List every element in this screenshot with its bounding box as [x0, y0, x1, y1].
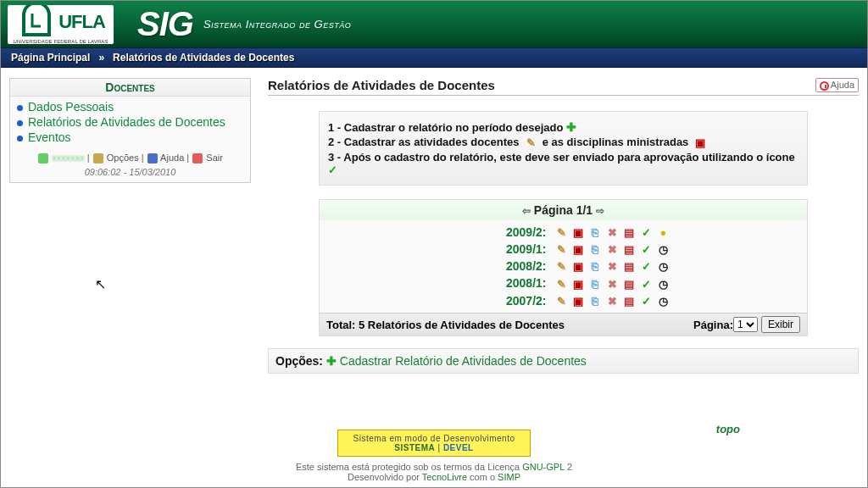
- period-link[interactable]: 2009/1:: [506, 242, 546, 256]
- report-row: 2007/2:✎▣⎘✖▤✓◷: [506, 292, 798, 309]
- sidebar-list: Dados Pessoais Relatórios de Atividades …: [10, 97, 250, 147]
- check-icon: ✓: [328, 164, 337, 176]
- copy-icon[interactable]: ⎘: [588, 296, 602, 308]
- period-link[interactable]: 2008/2:: [506, 259, 546, 273]
- delete-icon[interactable]: ✖: [605, 261, 619, 273]
- bullet-icon: [17, 136, 23, 141]
- edit-icon[interactable]: ✎: [554, 244, 568, 256]
- page-footer: topo Sistema em modo de Desenvolvimento …: [1, 421, 867, 487]
- cadastrar-link[interactable]: Cadastrar Relatório de Atividades de Doc…: [340, 354, 587, 368]
- delete-icon[interactable]: ✖: [605, 279, 619, 291]
- monitor-icon[interactable]: ▣: [571, 244, 585, 256]
- devbox-sep: |: [435, 443, 443, 452]
- dev-mode-box: Sistema em modo de Desenvolvimento SISTE…: [337, 430, 531, 457]
- help-ring-icon: [820, 81, 829, 91]
- ajuda-link[interactable]: Ajuda: [160, 152, 184, 163]
- delete-icon[interactable]: ✖: [605, 244, 619, 256]
- pdf-icon[interactable]: ▤: [622, 296, 636, 308]
- copy-icon[interactable]: ⎘: [588, 261, 602, 273]
- approve-icon[interactable]: ✓: [639, 244, 653, 256]
- total-label: Total: 5 Relatórios de Atividades de Doc…: [326, 319, 693, 331]
- gnu-link[interactable]: GNU: [522, 462, 542, 472]
- status-pending-icon: ●: [656, 227, 670, 239]
- gpl-link[interactable]: GPL: [546, 462, 565, 472]
- sidebar-item-dados[interactable]: Dados Pessoais: [15, 99, 245, 114]
- monitor-icon[interactable]: ▣: [571, 279, 585, 291]
- plus-icon: ✚: [566, 120, 576, 134]
- edit-icon[interactable]: ✎: [554, 261, 568, 273]
- status-clock-icon: ◷: [656, 279, 670, 291]
- exit-icon: [192, 153, 203, 164]
- tecnolivre-link[interactable]: TecnoLivre: [422, 472, 467, 482]
- discipline-icon: ▣: [693, 137, 707, 149]
- sidebar-link[interactable]: Dados Pessoais: [28, 100, 114, 114]
- license-line: Este sistema está protegido sob os termo…: [1, 462, 867, 472]
- prev-page-icon[interactable]: ⇦: [522, 205, 531, 217]
- bullet-icon: [17, 105, 23, 111]
- pdf-icon[interactable]: ▤: [622, 279, 636, 291]
- status-clock-icon: ◷: [656, 244, 670, 256]
- instruction-1: 1 - Cadastrar o relatório no período des…: [328, 120, 798, 134]
- sidebar-item-eventos[interactable]: Eventos: [15, 130, 245, 145]
- sidebar-item-relatorios[interactable]: Relatórios de Atividades de Docentes: [15, 114, 245, 130]
- simp-link[interactable]: SIMP: [498, 472, 520, 482]
- report-rows: 2009/2:✎▣⎘✖▤✓●2009/1:✎▣⎘✖▤✓◷2008/2:✎▣⎘✖▤…: [320, 220, 807, 313]
- period-link[interactable]: 2008/1:: [506, 276, 546, 290]
- help-icon: [147, 153, 158, 164]
- next-page-icon[interactable]: ⇨: [596, 205, 604, 217]
- user-link[interactable]: xxxxxxx: [52, 152, 85, 163]
- report-row: 2009/2:✎▣⎘✖▤✓●: [506, 224, 798, 241]
- pdf-icon[interactable]: ▤: [622, 261, 636, 273]
- devbox-dev[interactable]: DEVEL: [443, 443, 474, 452]
- status-clock-icon: ◷: [656, 261, 670, 273]
- topbar: UFLA UNIVERSIDADE FEDERAL DE LAVRAS SIG …: [1, 1, 867, 47]
- activity-icon: ✎: [524, 137, 537, 149]
- report-row: 2008/1:✎▣⎘✖▤✓◷: [506, 274, 798, 291]
- opcoes-link[interactable]: Opções: [107, 152, 139, 163]
- monitor-icon[interactable]: ▣: [571, 296, 585, 308]
- page-title: Relatórios de Atividades de Docentes: [268, 78, 859, 96]
- exibir-button[interactable]: Exibir: [761, 316, 800, 333]
- approve-icon[interactable]: ✓: [639, 279, 653, 291]
- back-to-top[interactable]: topo: [716, 423, 740, 435]
- instruction-2: 2 - Cadastrar as atividades docentes ✎ e…: [328, 136, 798, 149]
- copy-icon[interactable]: ⎘: [588, 227, 602, 239]
- approve-icon[interactable]: ✓: [639, 296, 653, 308]
- breadcrumb-sep: »: [98, 52, 104, 64]
- monitor-icon[interactable]: ▣: [571, 261, 585, 273]
- period-link[interactable]: 2007/2:: [506, 294, 546, 308]
- ufla-subtitle: UNIVERSIDADE FEDERAL DE LAVRAS: [13, 39, 108, 44]
- sidebar-link[interactable]: Relatórios de Atividades de Docentes: [28, 115, 225, 129]
- approve-icon[interactable]: ✓: [639, 227, 653, 239]
- devbox-sys[interactable]: SISTEMA: [394, 443, 435, 452]
- breadcrumb-current[interactable]: Relatórios de Atividades de Docentes: [113, 52, 294, 64]
- devbox-line1: Sistema em modo de Desenvolvimento: [353, 434, 515, 443]
- edit-icon[interactable]: ✎: [554, 296, 568, 308]
- monitor-icon[interactable]: ▣: [571, 227, 585, 239]
- breadcrumb-home[interactable]: Página Principal: [11, 52, 90, 64]
- copy-icon[interactable]: ⎘: [588, 244, 602, 256]
- pagina-label: Página:: [693, 319, 733, 331]
- page-select[interactable]: 1: [733, 317, 758, 332]
- pdf-icon[interactable]: ▤: [622, 244, 636, 256]
- page-body: Docentes Dados Pessoais Relatórios de At…: [1, 68, 867, 421]
- approve-icon[interactable]: ✓: [639, 261, 653, 273]
- reports-panel: ⇦ Página 1/1 ⇨ 2009/2:✎▣⎘✖▤✓●2009/1:✎▣⎘✖…: [319, 199, 808, 336]
- pdf-icon[interactable]: ▤: [622, 227, 636, 239]
- sig-logo: SIG: [137, 5, 193, 43]
- options-label: Opções:: [275, 354, 323, 368]
- edit-icon[interactable]: ✎: [554, 227, 568, 239]
- help-label: Ajuda: [831, 80, 854, 90]
- help-button[interactable]: Ajuda: [815, 78, 859, 92]
- delete-icon[interactable]: ✖: [605, 296, 619, 308]
- sep: |: [186, 152, 192, 163]
- sair-link[interactable]: Sair: [206, 152, 223, 163]
- ufla-logo[interactable]: UFLA UNIVERSIDADE FEDERAL DE LAVRAS: [8, 5, 114, 44]
- options-bar: Opções: ✚ Cadastrar Relatório de Ativida…: [268, 348, 859, 374]
- period-link[interactable]: 2009/2:: [506, 225, 546, 239]
- sidebar-panel: Docentes Dados Pessoais Relatórios de At…: [9, 78, 251, 183]
- delete-icon[interactable]: ✖: [605, 227, 619, 239]
- copy-icon[interactable]: ⎘: [588, 279, 602, 291]
- edit-icon[interactable]: ✎: [554, 279, 568, 291]
- sidebar-link[interactable]: Eventos: [28, 130, 71, 144]
